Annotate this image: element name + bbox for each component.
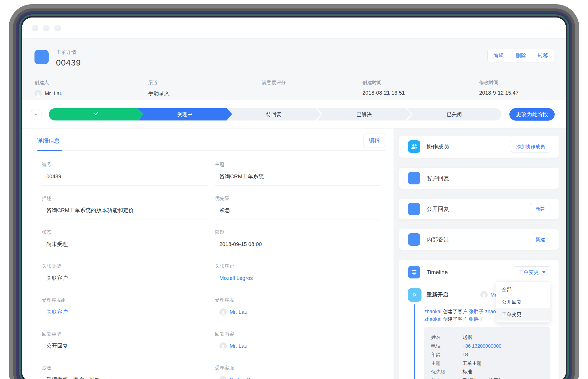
public-reply-icon: [408, 203, 420, 215]
collaborators-card: 协作成员 添加协作成员: [399, 136, 559, 158]
timeline-icon: [408, 266, 420, 278]
field-agent-group: 受理客服组 关联客户: [42, 297, 207, 321]
customer-reply-icon: [408, 172, 420, 184]
timeline-activity-link[interactable]: 张胖子: [469, 316, 484, 322]
timeline-entry-title: 重新开启: [427, 291, 480, 299]
ticket-type-label: 工单详情: [56, 49, 81, 56]
detail-row-phone: 电话 +86 13200000000: [431, 342, 545, 351]
creator-value: Mr. Lau: [45, 90, 62, 97]
created-time-value: 2018-08-21 16:51: [362, 90, 479, 96]
field-relation-type: 关联类型 关联客户: [42, 263, 207, 287]
reopen-event-icon: [408, 288, 421, 302]
internal-note-card: 内部备注 新建: [399, 229, 559, 250]
detail-row-subject: 主题 工单主题: [431, 359, 545, 368]
window-titlebar: [22, 18, 566, 39]
public-reply-card: 公开回复 新建: [399, 199, 559, 219]
delete-button[interactable]: 删除: [510, 49, 532, 62]
stage-completed[interactable]: [49, 108, 143, 121]
agent-group-link[interactable]: 关联客户: [46, 308, 68, 316]
new-internal-note-button[interactable]: 新建: [530, 234, 550, 245]
details-edit-button[interactable]: 编辑: [364, 134, 385, 147]
customer-reply-card: 客户回复: [399, 168, 559, 189]
details-tabs: 详细信息 编辑: [37, 137, 386, 151]
internal-note-icon: [408, 233, 420, 246]
detail-row-status: 状态 已解决 → 待回复: [431, 376, 545, 379]
field-agent2: 受理客服 Colton Prosacco: [215, 365, 381, 379]
creator-label: 创建人: [34, 79, 148, 86]
stage-progress: 受理中 待回复 已解决 已关闭: [49, 108, 501, 121]
header-action-group: 编辑 删除 转移: [487, 49, 554, 62]
avatar: [480, 291, 488, 299]
channel-value: 手动录入: [148, 90, 262, 97]
avatar: [34, 90, 42, 97]
change-stage-button[interactable]: 更改为此阶段: [509, 108, 555, 121]
field-reply-type: 回复类型 公开回复: [42, 331, 207, 355]
timeline-connector-line: [414, 304, 415, 379]
modified-time-value: 2018-9-12 15:47: [479, 90, 518, 96]
customer-reply-title: 客户回复: [427, 175, 449, 182]
stage-closed[interactable]: 已关闭: [407, 108, 501, 121]
related-customer-link[interactable]: Mozell Legros: [219, 275, 253, 281]
collapse-stages-button[interactable]: [31, 109, 42, 120]
sidebar: 协作成员 添加协作成员 客户回复 公开回复 新建: [394, 128, 566, 379]
window-control-zoom-icon[interactable]: [54, 25, 61, 31]
timeline-filter-menu: 全部 公开回复 工单变更: [496, 281, 550, 323]
agent-link[interactable]: Mr. Lau: [230, 309, 247, 315]
new-public-reply-button[interactable]: 新建: [530, 203, 550, 215]
field-subject: 主题 咨询CRM工单系统: [215, 161, 381, 186]
tab-active-indicator: [37, 150, 62, 151]
stage-awaiting-reply[interactable]: 待回复: [226, 108, 321, 121]
internal-note-title: 内部备注: [427, 236, 449, 243]
timeline-card: Timeline 工单变更 重新开启: [399, 260, 559, 379]
agent2-link[interactable]: Colton Prosacco: [230, 377, 269, 379]
filter-option-public-reply[interactable]: 公开回复: [496, 296, 550, 308]
phone-link[interactable]: +86 13200000000: [462, 342, 501, 351]
caret-down-icon: [542, 271, 546, 273]
avatar: [219, 308, 227, 316]
timeline-detail-card: 姓名 赵楷 电话 +86 13200000000 年龄 18: [424, 327, 550, 379]
fields-grid: 编号 00439 主题 咨询CRM工单系统 描述 咨询CRM工单系统的版本功能和…: [37, 151, 386, 379]
window-control-close-icon[interactable]: [32, 25, 38, 31]
add-collaborator-button[interactable]: 添加协作成员: [511, 141, 550, 153]
tab-details[interactable]: 详细信息: [37, 137, 60, 145]
details-panel: 详细信息 编辑 编号 00439 主题 咨询CRM工单系统 描述 咨询CRM工单…: [22, 128, 394, 379]
chevron-down-icon: [33, 112, 39, 117]
transfer-button[interactable]: 转移: [532, 49, 554, 62]
timeline-activity-link[interactable]: zhaokai: [424, 316, 441, 322]
field-priority: 优先级 紧急: [215, 195, 381, 219]
field-cc: 抄送 受理客服；客户；邮箱: [42, 365, 207, 379]
timeline-title: Timeline: [427, 269, 448, 276]
ticket-header: 工单详情 00439 编辑 删除 转移 创建人 Mr. Lau 渠道 手动录入: [22, 39, 566, 100]
satisfaction-label: 满意度评分: [262, 79, 362, 86]
reply-content-link[interactable]: Mr. Lau: [230, 343, 247, 349]
ticket-icon: [34, 50, 49, 64]
field-status: 状态 尚未受理: [42, 229, 207, 253]
avatar: [219, 376, 227, 379]
avatar: [219, 342, 227, 350]
check-icon: [93, 110, 99, 118]
field-deadline: 限期 2018-09-15 08:00: [215, 229, 381, 253]
collaborators-title: 协作成员: [427, 143, 449, 151]
timeline-activity-link[interactable]: 张胖子: [469, 309, 484, 314]
stage-processing[interactable]: 受理中: [138, 108, 232, 121]
modified-time-label: 修改时间: [479, 79, 518, 86]
field-agent: 受理客服 Mr. Lau: [215, 297, 381, 321]
created-time-label: 创建时间: [362, 79, 479, 86]
stage-resolved[interactable]: 已解决: [317, 108, 411, 121]
field-description: 描述 咨询CRM工单系统的版本功能和定价: [42, 195, 207, 219]
edit-button[interactable]: 编辑: [488, 49, 510, 62]
window-control-minimize-icon[interactable]: [43, 25, 49, 31]
ticket-number: 00439: [56, 58, 81, 67]
timeline-filter-dropdown[interactable]: 工单变更: [514, 266, 550, 278]
filter-option-all[interactable]: 全部: [496, 283, 550, 296]
detail-row-age: 年龄 18: [431, 350, 545, 359]
timeline-activity-link[interactable]: zhaokai: [424, 309, 441, 314]
collaborators-icon: [408, 140, 420, 153]
field-number: 编号 00439: [42, 161, 207, 186]
ticket-meta-row: 创建人 Mr. Lau 渠道 手动录入 满意度评分 创建时间 2018-08-2…: [34, 79, 554, 97]
app-window: 工单详情 00439 编辑 删除 转移 创建人 Mr. Lau 渠道 手动录入: [22, 18, 566, 379]
arrow-right-icon: →: [480, 376, 485, 379]
field-related-customer: 关联客户 Mozell Legros: [215, 263, 381, 287]
filter-option-ticket-change[interactable]: 工单变更: [496, 308, 550, 321]
detail-row-priority: 优先级 标准: [431, 368, 545, 376]
